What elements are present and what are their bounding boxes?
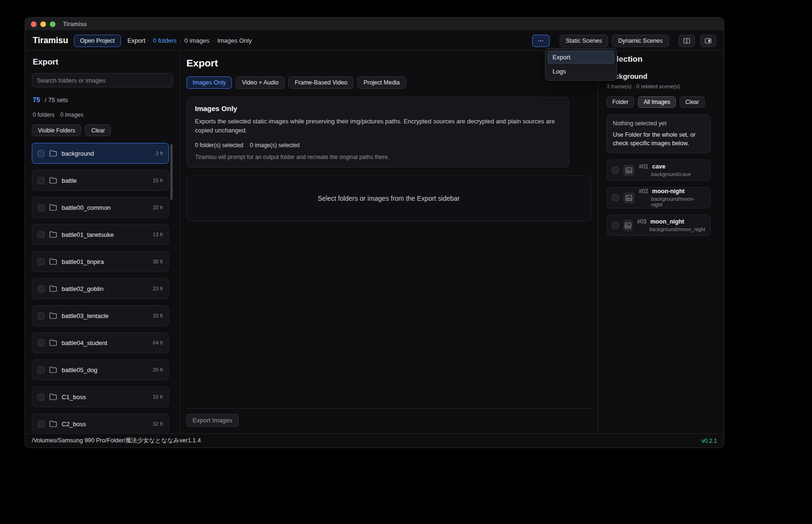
window-title: Tiramisu	[63, 21, 87, 28]
zoom-button[interactable]	[50, 21, 55, 27]
page-title: Export	[186, 57, 591, 69]
info-panel-hint: Tiramisu will prompt for an output folde…	[195, 154, 561, 160]
selection-panel: Selection background 3 frame(s) · 0 rela…	[598, 51, 724, 433]
breadcrumb-separator: ·	[179, 37, 181, 44]
folder-icon	[49, 177, 57, 184]
folder-row-battle04-student[interactable]: battle04_student 64 fr	[32, 332, 169, 353]
image-item-moon-night-2[interactable]: #03 moon_night background/moon_night	[607, 215, 710, 236]
static-scenes-button[interactable]: Static Scenes	[560, 35, 608, 47]
folder-checkbox[interactable]	[37, 393, 45, 401]
menu-item-logs[interactable]: Logs	[548, 65, 614, 78]
folder-frame-count: 33 fr	[153, 313, 163, 318]
folder-frame-count: 38 fr	[153, 259, 163, 264]
all-images-button[interactable]: All Images	[638, 96, 676, 108]
panel-view-button[interactable]	[700, 35, 716, 47]
image-path: background/moon-night	[651, 196, 705, 207]
folder-row-battle01-tanetsuke[interactable]: battle01_tanetsuke 13 fr	[32, 224, 169, 245]
app-window: Tiramisu Tiramisu Open Project Export · …	[25, 17, 724, 448]
folders-selected-count: 0 folder(s) selected	[195, 142, 243, 149]
folder-name: battle04_student	[62, 339, 107, 346]
folder-name: background	[62, 150, 94, 157]
folder-checkbox[interactable]	[37, 312, 45, 319]
breadcrumb-separator: ·	[148, 37, 150, 44]
header: Tiramisu Open Project Export · 0 folders…	[25, 31, 724, 51]
folder-checkbox[interactable]	[37, 339, 45, 346]
folder-icon	[49, 393, 57, 400]
folder-row-battle05-dog[interactable]: battle05_dog 20 fr	[32, 359, 169, 380]
breadcrumb-folders-count: 0 folders	[153, 37, 177, 44]
folder-checkbox[interactable]	[37, 231, 45, 238]
sidebar-actions: Visible Folders Clear	[32, 124, 173, 136]
image-number: #03	[637, 218, 646, 225]
tab-images-only[interactable]: Images Only	[186, 76, 232, 89]
minimize-button[interactable]	[40, 21, 46, 27]
folder-icon	[49, 366, 57, 373]
folder-checkbox[interactable]	[37, 177, 45, 184]
folder-checkbox[interactable]	[37, 258, 45, 265]
folder-row-battle01-tinpira[interactable]: battle01_tinpira 38 fr	[32, 251, 169, 272]
folder-row-background[interactable]: background 3 fr	[32, 143, 169, 164]
images-selected-count: 0 image(s) selected	[250, 142, 300, 149]
image-checkbox[interactable]	[612, 222, 619, 229]
tab-video-audio[interactable]: Video + Audio	[236, 76, 285, 89]
image-thumbnail-icon	[623, 192, 635, 204]
export-selection-empty-state: Select folders or images from the Export…	[186, 176, 591, 221]
selection-actions: Folder All Images Clear	[607, 96, 710, 108]
split-view-button[interactable]	[679, 35, 695, 47]
sidebar-title: Export	[33, 57, 173, 67]
folder-row-c2-boss[interactable]: C2_boss 32 fr	[32, 413, 169, 433]
folder-name: battle00_common	[62, 204, 111, 211]
statusbar: /Volumes/Samsung 990 Pro/Folder/魔法少女なとなな…	[25, 433, 724, 448]
sidebar-scrollbar[interactable]	[170, 144, 173, 200]
folder-row-c1-boss[interactable]: C1_boss 15 fr	[32, 386, 169, 407]
image-thumbnail-icon	[623, 220, 633, 231]
tab-project-media[interactable]: Project Media	[357, 76, 406, 89]
info-panel-selection-counts: 0 folder(s) selected 0 image(s) selected	[195, 142, 561, 149]
folder-checkbox[interactable]	[37, 285, 45, 292]
folder-frame-count: 15 fr	[153, 178, 163, 183]
notice-body: Use Folder for the whole set, or check s…	[613, 131, 704, 148]
folder-checkbox[interactable]	[37, 204, 45, 211]
folder-name: battle01_tanetsuke	[62, 231, 114, 238]
selection-notice: Nothing selected yet Use Folder for the …	[607, 114, 710, 153]
folder-name: battle	[62, 177, 77, 184]
image-checkbox[interactable]	[612, 167, 619, 174]
folder-icon	[49, 231, 57, 238]
columns-icon	[683, 38, 690, 44]
sidebar-clear-button[interactable]: Clear	[85, 124, 111, 136]
selection-clear-button[interactable]: Clear	[680, 96, 705, 108]
folder-frame-count: 64 fr	[153, 340, 163, 346]
search-input[interactable]	[32, 73, 173, 87]
folder-checkbox[interactable]	[37, 150, 45, 157]
folder-icon	[49, 339, 57, 346]
folder-row-battle[interactable]: battle 15 fr	[32, 170, 169, 191]
image-item-moon-night[interactable]: #02 moon-night background/moon-night	[607, 187, 710, 208]
empty-state-message: Select folders or images from the Export…	[318, 195, 460, 202]
folder-list: background 3 fr battle 15 fr battle00_co…	[32, 143, 173, 433]
image-number: #02	[639, 188, 648, 195]
menu-item-export[interactable]: Export	[548, 51, 614, 64]
panel-right-icon	[705, 38, 711, 44]
folder-row-battle03-tentacle[interactable]: battle03_tentacle 33 fr	[32, 305, 169, 326]
more-menu-button[interactable]: ⋯	[532, 35, 550, 47]
dynamic-scenes-button[interactable]: Dynamic Scenes	[612, 35, 669, 47]
visible-folders-button[interactable]: Visible Folders	[32, 124, 81, 136]
folder-checkbox[interactable]	[37, 366, 45, 374]
folder-name: C1_boss	[62, 393, 86, 401]
image-item-cave[interactable]: #01 cave background/cave	[607, 159, 710, 181]
open-project-button[interactable]: Open Project	[74, 35, 121, 47]
tab-frame-based-video[interactable]: Frame-Based Video	[288, 76, 353, 89]
folder-frame-count: 15 fr	[153, 394, 163, 400]
breadcrumb-separator: ·	[212, 37, 214, 44]
image-checkbox[interactable]	[612, 194, 619, 201]
select-folder-button[interactable]: Folder	[607, 96, 634, 108]
folder-checkbox[interactable]	[37, 421, 45, 428]
folder-name: battle02_goblin	[62, 285, 103, 292]
folder-row-battle00-common[interactable]: battle00_common 33 fr	[32, 197, 169, 218]
folder-frame-count: 23 fr	[153, 286, 163, 291]
close-button[interactable]	[31, 21, 37, 27]
export-images-button[interactable]: Export Images	[186, 414, 239, 427]
folder-row-battle02-goblin[interactable]: battle02_goblin 23 fr	[32, 278, 169, 299]
export-sidebar: Export 75 / 75 sets 0 folders 0 images V…	[25, 51, 180, 433]
export-footer: Export Images	[186, 408, 591, 427]
